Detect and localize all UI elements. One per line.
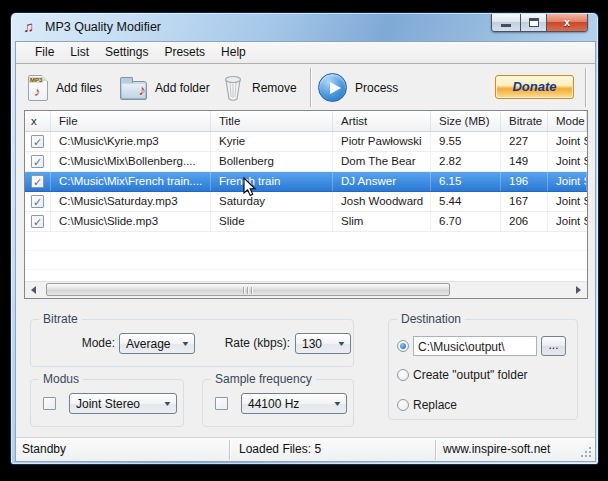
toolbar-separator	[585, 68, 586, 107]
minimize-button[interactable]	[492, 14, 521, 31]
remove-button[interactable]: Remove	[222, 65, 297, 110]
check-icon: ✓	[33, 133, 42, 151]
sample-frequency-value: 44100 Hz	[248, 397, 299, 411]
add-folder-button[interactable]: ♪ Add folder	[120, 65, 210, 110]
resize-grip[interactable]	[581, 447, 592, 458]
column-header-mode[interactable]: Mode	[548, 111, 587, 131]
process-button[interactable]: Process	[318, 65, 398, 110]
process-label: Process	[355, 81, 398, 95]
row-checkbox-cell: ✓	[25, 212, 51, 231]
scroll-right-icon[interactable]	[576, 286, 581, 294]
play-icon	[318, 73, 347, 102]
destination-group: Destination C:\Music\output\ ... Create …	[388, 319, 578, 420]
website-text: www.inspire-soft.net	[443, 438, 550, 461]
status-text: Standby	[22, 438, 66, 461]
cell-title: Saturday	[211, 192, 333, 211]
cell-mode: Joint Stereo	[548, 132, 587, 151]
statusbar-separator	[229, 440, 230, 460]
file-list: x File Title Artist Size (MB) Bitrate Mo…	[24, 110, 588, 299]
column-header-size[interactable]: Size (MB)	[431, 111, 501, 131]
chevron-down-icon: ▼	[337, 340, 347, 347]
sample-frequency-group-label: Sample frequency	[211, 372, 316, 386]
sample-frequency-dropdown[interactable]: 44100 Hz ▼	[241, 393, 347, 414]
maximize-icon	[529, 18, 539, 27]
row-checkbox[interactable]: ✓	[31, 195, 44, 208]
replace-label: Replace	[413, 395, 457, 416]
cell-artist: Slim	[333, 212, 431, 231]
menu-list[interactable]: List	[62, 42, 97, 63]
create-output-folder-radio[interactable]	[397, 369, 409, 381]
menu-file[interactable]: File	[27, 42, 62, 63]
add-files-button[interactable]: MP3 ♪ Add files	[28, 65, 102, 110]
cell-bitrate: 167	[501, 192, 548, 211]
menu-settings[interactable]: Settings	[97, 42, 156, 63]
destination-group-label: Destination	[397, 312, 465, 326]
statusbar-separator	[435, 440, 436, 460]
modus-value: Joint Stereo	[76, 397, 140, 411]
donate-label: Donate	[512, 79, 556, 94]
replace-radio[interactable]	[397, 399, 409, 411]
cell-title: Kyrie	[211, 132, 333, 151]
row-checkbox-cell: ✓	[25, 152, 51, 171]
app-icon: ♫	[23, 18, 34, 35]
column-header-artist[interactable]: Artist	[333, 111, 431, 131]
rate-dropdown[interactable]: 130 ▼	[295, 333, 351, 354]
minimize-icon	[501, 24, 511, 27]
destination-path-radio[interactable]	[397, 340, 409, 352]
row-checkbox-cell: ✓	[25, 132, 51, 151]
add-files-label: Add files	[56, 81, 102, 95]
check-icon: ✓	[33, 153, 42, 171]
cell-mode: Joint Stereo	[548, 172, 587, 191]
table-row-selected[interactable]: ✓ C:\Music\Mix\French train.... French t…	[25, 172, 587, 192]
check-icon: ✓	[33, 173, 42, 191]
modus-checkbox[interactable]	[43, 397, 56, 410]
cell-artist: Piotr Pawłowski	[333, 132, 431, 151]
list-header: x File Title Artist Size (MB) Bitrate Mo…	[25, 111, 587, 132]
modus-dropdown[interactable]: Joint Stereo ▼	[69, 393, 177, 414]
horizontal-scrollbar[interactable]	[25, 281, 587, 298]
row-checkbox[interactable]: ✓	[31, 175, 44, 188]
maximize-button[interactable]	[521, 14, 547, 31]
table-row[interactable]: ✓ C:\Music\Slide.mp3 Slide Slim 6.70 206…	[25, 212, 587, 232]
cell-artist: Josh Woodward	[333, 192, 431, 211]
table-row[interactable]: ✓ C:\Music\Mix\Bollenberg.... Bollenberg…	[25, 152, 587, 172]
column-header-file[interactable]: File	[51, 111, 211, 131]
scroll-left-icon[interactable]	[31, 286, 36, 294]
toolbar-separator	[310, 68, 311, 107]
destination-path-input[interactable]: C:\Music\output\	[413, 336, 537, 356]
table-row[interactable]: ✓ C:\Music\Kyrie.mp3 Kyrie Piotr Pawłows…	[25, 132, 587, 152]
row-checkbox[interactable]: ✓	[31, 215, 44, 228]
sample-frequency-checkbox[interactable]	[215, 397, 228, 410]
browse-button[interactable]: ...	[541, 336, 566, 356]
menu-help[interactable]: Help	[213, 42, 254, 63]
cell-file: C:\Music\Mix\Bollenberg....	[51, 152, 211, 171]
check-icon: ✓	[33, 213, 42, 231]
cell-artist: DJ Answer	[333, 172, 431, 191]
mp3-tag-label: MP3	[29, 77, 43, 83]
table-row[interactable]: ✓ C:\Music\Saturday.mp3 Saturday Josh Wo…	[25, 192, 587, 212]
remove-label: Remove	[252, 81, 297, 95]
bitrate-group: Bitrate Mode: Average ▼ Rate (kbps): 130…	[30, 319, 354, 367]
row-checkbox[interactable]: ✓	[31, 155, 44, 168]
menubar: File List Settings Presets Help	[16, 42, 595, 64]
cell-bitrate: 206	[501, 212, 548, 231]
cell-title: Slide	[211, 212, 333, 231]
row-checkbox-cell: ✓	[25, 192, 51, 211]
column-header-bitrate[interactable]: Bitrate	[501, 111, 548, 131]
toolbar: MP3 ♪ Add files ♪ Add folder	[16, 65, 595, 110]
titlebar[interactable]: ♫ MP3 Quality Modifier x	[11, 13, 598, 41]
column-header-title[interactable]: Title	[211, 111, 333, 131]
scrollbar-thumb[interactable]	[46, 283, 450, 296]
cell-bitrate: 227	[501, 132, 548, 151]
cell-artist: Dom The Bear	[333, 152, 431, 171]
close-button[interactable]: x	[547, 14, 587, 31]
create-output-folder-label: Create "output" folder	[413, 365, 528, 386]
bitrate-group-label: Bitrate	[39, 312, 82, 326]
row-checkbox[interactable]: ✓	[31, 135, 44, 148]
column-header-check[interactable]: x	[25, 111, 51, 131]
cell-file: C:\Music\Mix\French train....	[51, 172, 211, 191]
donate-button[interactable]: Donate	[495, 75, 574, 99]
music-note-icon: ♪	[139, 81, 147, 98]
menu-presets[interactable]: Presets	[156, 42, 213, 63]
cell-title: Bollenberg	[211, 152, 333, 171]
